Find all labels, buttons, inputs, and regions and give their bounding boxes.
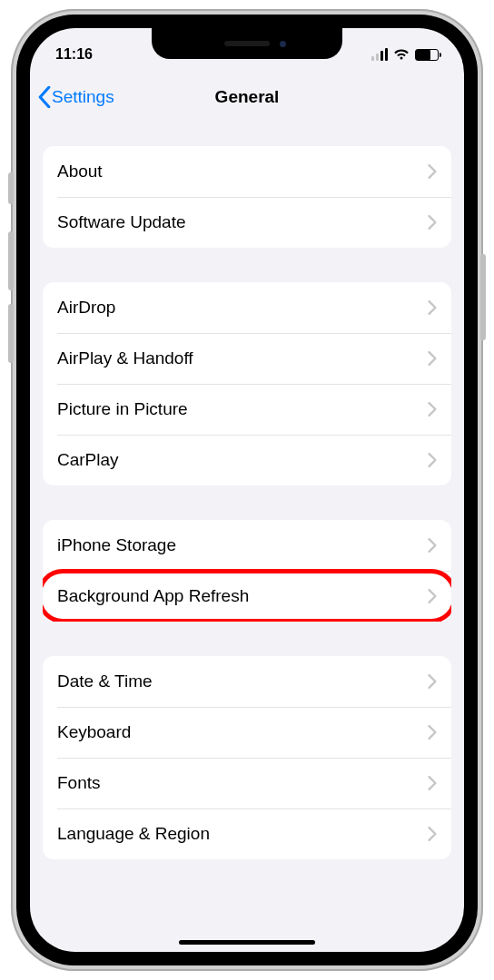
phone-frame: 11:16 Settings General AboutSoftware Upd…: [11, 9, 483, 971]
chevron-right-icon: [428, 351, 437, 366]
volume-up-button: [8, 231, 14, 290]
row-label: AirPlay & Handoff: [57, 348, 193, 368]
back-button[interactable]: Settings: [37, 86, 114, 108]
chevron-right-icon: [428, 164, 437, 179]
row-label: Date & Time: [57, 671, 153, 691]
row-label: Fonts: [57, 773, 101, 793]
row-label: Keyboard: [57, 722, 131, 742]
row-about[interactable]: About: [43, 146, 451, 197]
status-time: 11:16: [55, 46, 93, 63]
row-iphone-storage[interactable]: iPhone Storage: [43, 520, 451, 571]
chevron-left-icon: [37, 86, 52, 108]
wifi-icon: [393, 48, 410, 61]
row-label: About: [57, 162, 103, 181]
chevron-right-icon: [428, 827, 437, 841]
cellular-signal-icon: [371, 48, 388, 61]
row-label: Language & Region: [57, 824, 210, 844]
row-picture-in-picture[interactable]: Picture in Picture: [43, 384, 451, 435]
row-carplay[interactable]: CarPlay: [43, 435, 451, 485]
row-airplay-handoff[interactable]: AirPlay & Handoff: [43, 333, 451, 384]
chevron-right-icon: [428, 402, 437, 416]
row-date-time[interactable]: Date & Time: [43, 656, 451, 707]
row-keyboard[interactable]: Keyboard: [43, 707, 451, 758]
battery-icon: [415, 49, 439, 61]
row-label: Software Update: [57, 212, 186, 232]
chevron-right-icon: [428, 674, 437, 689]
screen: 11:16 Settings General AboutSoftware Upd…: [30, 28, 464, 952]
back-label: Settings: [52, 87, 114, 107]
chevron-right-icon: [428, 776, 437, 790]
row-label: Background App Refresh: [57, 586, 249, 606]
row-label: AirDrop: [57, 298, 115, 318]
chevron-right-icon: [428, 589, 437, 603]
power-button: [480, 254, 486, 340]
chevron-right-icon: [428, 453, 437, 467]
mute-switch: [8, 172, 14, 204]
chevron-right-icon: [428, 538, 437, 553]
row-fonts[interactable]: Fonts: [43, 758, 451, 808]
notch: [152, 28, 342, 59]
nav-bar: Settings General: [30, 74, 464, 121]
settings-group: AirDropAirPlay & HandoffPicture in Pictu…: [43, 282, 451, 485]
row-language-region[interactable]: Language & Region: [43, 808, 451, 859]
row-label: CarPlay: [57, 450, 119, 470]
row-label: iPhone Storage: [57, 535, 176, 555]
row-label: Picture in Picture: [57, 399, 188, 419]
settings-group: iPhone StorageBackground App Refresh: [43, 520, 451, 622]
settings-group: Date & TimeKeyboardFontsLanguage & Regio…: [43, 656, 451, 859]
row-airdrop[interactable]: AirDrop: [43, 282, 451, 333]
volume-down-button: [8, 304, 14, 363]
row-background-app-refresh[interactable]: Background App Refresh: [43, 571, 451, 622]
chevron-right-icon: [428, 725, 437, 740]
home-indicator[interactable]: [179, 940, 315, 945]
settings-list[interactable]: AboutSoftware UpdateAirDropAirPlay & Han…: [30, 146, 464, 859]
settings-group: AboutSoftware Update: [43, 146, 451, 248]
row-software-update[interactable]: Software Update: [43, 197, 451, 248]
chevron-right-icon: [428, 215, 437, 230]
chevron-right-icon: [428, 300, 437, 315]
